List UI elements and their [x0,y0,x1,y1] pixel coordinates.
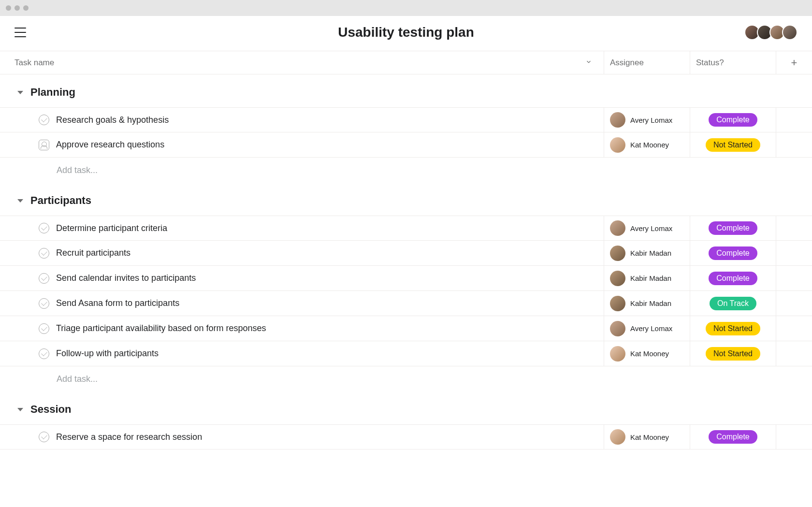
task-extra-cell [776,132,812,157]
task-assignee[interactable]: Kat Mooney [604,425,690,449]
task-extra-cell [776,341,812,366]
assignee-name: Kabir Madan [630,274,671,282]
task-row[interactable]: Research goals & hypothesisAvery LomaxCo… [0,107,812,132]
task-main[interactable]: Send calendar invites to participants [0,266,604,290]
check-circle-icon[interactable] [39,223,49,233]
task-main[interactable]: Triage participant availability based on… [0,316,604,341]
status-badge: Not Started [706,322,760,335]
task-assignee[interactable]: Avery Lomax [604,216,690,240]
window-chrome [0,0,812,16]
member-avatar[interactable] [782,25,798,40]
task-name: Reserve a space for research session [56,432,202,442]
task-status[interactable]: Complete [690,241,776,265]
assignee-avatar [610,246,625,261]
task-status[interactable]: Complete [690,108,776,132]
task-extra-cell [776,241,812,265]
hamburger-menu-icon[interactable] [14,27,26,38]
task-main[interactable]: Recruit participants [0,241,604,265]
plus-icon: + [791,57,798,69]
section-header[interactable]: Session [0,391,812,424]
assignee-name: Avery Lomax [630,224,672,232]
approval-icon[interactable] [39,140,49,150]
add-column-button[interactable]: + [776,51,812,74]
task-assignee[interactable]: Kabir Madan [604,291,690,316]
column-task-label: Task name [14,58,54,68]
task-status[interactable]: Complete [690,266,776,290]
section-header[interactable]: Participants [0,183,812,216]
task-assignee[interactable]: Kabir Madan [604,241,690,265]
status-badge: Complete [709,272,757,285]
section-header[interactable]: Planning [0,74,812,107]
assignee-avatar [610,296,625,311]
project-members[interactable] [744,25,798,40]
task-name: Approve research questions [56,140,164,150]
check-circle-icon[interactable] [39,273,49,284]
task-status[interactable]: On Track [690,291,776,316]
task-row[interactable]: Follow-up with participantsKat MooneyNot… [0,341,812,366]
task-status[interactable]: Not Started [690,316,776,341]
task-extra-cell [776,108,812,132]
task-status[interactable]: Not Started [690,341,776,366]
traffic-zoom-icon[interactable] [23,5,29,11]
task-main[interactable]: Reserve a space for research session [0,425,604,449]
add-task-button[interactable]: Add task... [0,366,812,391]
status-badge: Complete [709,246,757,260]
check-circle-icon[interactable] [39,298,49,309]
check-circle-icon[interactable] [39,348,49,359]
section-name: Session [30,403,71,416]
task-row[interactable]: Approve research questionsKat MooneyNot … [0,132,812,158]
assignee-name: Kabir Madan [630,249,671,257]
status-badge: Complete [709,113,757,127]
task-main[interactable]: Send Asana form to participants [0,291,604,316]
task-extra-cell [776,216,812,240]
chevron-down-icon[interactable] [17,91,23,94]
task-name: Follow-up with participants [56,348,159,359]
task-row[interactable]: Send Asana form to participantsKabir Mad… [0,291,812,316]
chevron-down-icon[interactable] [17,408,23,411]
status-badge: Not Started [706,138,760,152]
task-main[interactable]: Approve research questions [0,132,604,157]
assignee-name: Kat Mooney [630,349,669,358]
task-main[interactable]: Research goals & hypothesis [0,108,604,132]
traffic-minimize-icon[interactable] [14,5,20,11]
task-assignee[interactable]: Kabir Madan [604,266,690,290]
check-circle-icon[interactable] [39,432,49,442]
page-title: Usability testing plan [338,25,474,40]
chevron-down-icon[interactable] [585,58,592,68]
assignee-avatar [610,346,625,362]
column-status[interactable]: Status? [690,51,776,74]
section-name: Participants [30,194,91,207]
assignee-name: Kat Mooney [630,141,669,149]
assignee-name: Avery Lomax [630,116,672,124]
task-assignee[interactable]: Kat Mooney [604,132,690,157]
task-row[interactable]: Reserve a space for research sessionKat … [0,424,812,449]
task-main[interactable]: Follow-up with participants [0,341,604,366]
task-name: Determine participant criteria [56,223,167,233]
add-task-button[interactable]: Add task... [0,158,812,183]
task-assignee[interactable]: Avery Lomax [604,108,690,132]
task-status[interactable]: Complete [690,425,776,449]
task-main[interactable]: Determine participant criteria [0,216,604,240]
task-extra-cell [776,316,812,341]
assignee-name: Kabir Madan [630,299,671,307]
task-row[interactable]: Send calendar invites to participantsKab… [0,266,812,291]
task-row[interactable]: Recruit participantsKabir MadanComplete [0,241,812,266]
chevron-down-icon[interactable] [17,199,23,203]
task-assignee[interactable]: Avery Lomax [604,316,690,341]
task-row[interactable]: Determine participant criteriaAvery Loma… [0,216,812,241]
check-circle-icon[interactable] [39,323,49,334]
task-row[interactable]: Triage participant availability based on… [0,316,812,341]
task-status[interactable]: Complete [690,216,776,240]
task-status[interactable]: Not Started [690,132,776,157]
traffic-close-icon[interactable] [6,5,11,11]
column-assignee[interactable]: Assignee [604,51,690,74]
assignee-avatar [610,321,625,336]
column-status-label: Status? [696,58,724,68]
task-assignee[interactable]: Kat Mooney [604,341,690,366]
assignee-avatar [610,112,625,128]
task-extra-cell [776,291,812,316]
column-task-name[interactable]: Task name [0,58,604,68]
check-circle-icon[interactable] [39,115,49,125]
check-circle-icon[interactable] [39,248,49,259]
task-extra-cell [776,425,812,449]
